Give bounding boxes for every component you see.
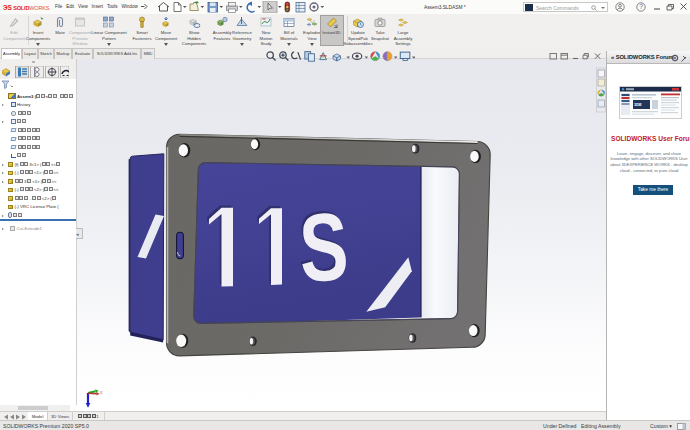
svg-text:?: ? [639,3,643,10]
svg-text:x: x [100,389,103,395]
svg-text:3DE: 3DE [634,102,642,107]
svg-text:S: S [297,193,350,302]
